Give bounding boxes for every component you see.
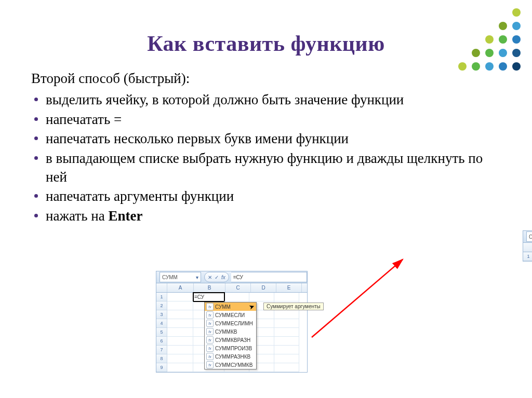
cell[interactable] (167, 301, 193, 310)
bullet-item: напечатать несколько первых букв имени ф… (31, 130, 501, 148)
cell[interactable]: =СУ (193, 293, 224, 301)
autocomplete-label: СУММЕСЛИ (215, 312, 245, 318)
formula-input[interactable]: =СУ (231, 272, 307, 282)
cell[interactable] (167, 346, 193, 354)
column-header[interactable]: C (225, 283, 251, 292)
cell[interactable] (249, 293, 274, 301)
fx-icon: fx (206, 311, 214, 319)
column-header[interactable]: E (276, 283, 302, 292)
cell[interactable] (167, 319, 193, 328)
cell[interactable] (167, 328, 193, 337)
autocomplete-label: СУММСУММКВ (215, 362, 252, 368)
fx-icon: fx (206, 320, 214, 327)
autocomplete-dropdown[interactable]: fxСУММfxСУММЕСЛИfxСУММЕСЛИМНfxСУММКВfxСУ… (204, 302, 257, 369)
dropdown-icon[interactable]: ▾ (196, 275, 198, 280)
row-header[interactable]: 4 (156, 319, 167, 328)
cell[interactable] (274, 319, 299, 328)
autocomplete-item[interactable]: fxСУММЕСЛИ (205, 311, 256, 319)
cell[interactable] (274, 310, 299, 319)
autocomplete-item[interactable]: fxСУММКВРАЗН (205, 336, 256, 344)
fx-icon: fx (206, 328, 214, 335)
arrow-annotation (307, 254, 410, 342)
cell[interactable] (274, 354, 299, 363)
bullet-item: напечатать = (31, 111, 501, 129)
page-title: Как вставить функцию (31, 31, 501, 56)
bullet-item: нажать на Enter (31, 207, 501, 226)
autocomplete-label: СУММКВРАЗН (215, 337, 250, 343)
decorative-dots (458, 8, 523, 73)
row-header[interactable]: 6 (156, 337, 167, 346)
autocomplete-item[interactable]: fxСУММСУММКВ (205, 361, 256, 369)
autocomplete-item[interactable]: fxСУММРАЗНКВ (205, 352, 256, 361)
row-header[interactable]: 9 (156, 363, 167, 372)
cell[interactable] (224, 293, 249, 301)
fx-icon: fx (206, 361, 214, 368)
row-header[interactable]: 5 (156, 328, 167, 337)
autocomplete-label: СУММ (215, 304, 231, 310)
autocomplete-label: СУММРАЗНКВ (215, 354, 250, 360)
formula-bar: СУММ▾ ✕ ✓ fx =СУ (156, 271, 307, 283)
autocomplete-item[interactable]: fxСУММКВ (205, 327, 256, 336)
excel-screenshot-autocomplete: СУММ▾ ✕ ✓ fx =СУ ABCDE 1=СУ23456789 fxСУ… (156, 271, 308, 373)
enter-key-label: Enter (108, 208, 142, 224)
row-header[interactable]: 8 (156, 354, 167, 363)
bullet-item: напечатать аргументы функции (31, 187, 501, 206)
cell[interactable] (274, 346, 299, 354)
formula-controls: ✕ ✓ fx (204, 272, 229, 282)
excel-screenshot-result: СУММ▾ ✕ ✓ fx =СУММ(F7:H7;F9:H9) ABCD 1=С… (523, 230, 532, 262)
cell[interactable] (274, 337, 299, 346)
formula-bar: СУММ▾ ✕ ✓ fx =СУММ(F7:H7;F9:H9) (523, 231, 532, 243)
row-header[interactable]: 1 (156, 293, 167, 301)
bullet-list: выделить ячейку, в которой должно быть з… (31, 91, 501, 225)
cell[interactable] (167, 310, 193, 319)
cell[interactable] (167, 293, 193, 301)
autocomplete-label: СУММЕСЛИМН (215, 321, 253, 326)
bullet-item: выделить ячейку, в которой должно быть з… (31, 91, 501, 109)
fx-icon: fx (206, 345, 214, 352)
row-header[interactable]: 1 (523, 252, 532, 261)
cell[interactable] (167, 363, 193, 372)
row-header[interactable]: 7 (156, 346, 167, 354)
fx-icon: fx (206, 303, 214, 310)
autocomplete-item[interactable]: fxСУММЕСЛИМН (205, 319, 256, 327)
cell[interactable] (167, 337, 193, 346)
fx-icon[interactable]: fx (221, 275, 225, 280)
autocomplete-item[interactable]: fxСУММПРОИЗВ (205, 344, 256, 352)
cell[interactable] (274, 328, 299, 337)
name-box[interactable]: СУММ▾ (159, 272, 201, 282)
name-box[interactable]: СУММ▾ (526, 231, 532, 242)
fx-icon: fx (206, 336, 214, 344)
autocomplete-label: СУММКВ (215, 329, 237, 335)
column-header[interactable]: A (167, 283, 194, 292)
intro-text: Второй способ (быстрый): (31, 71, 501, 87)
row-header[interactable]: 3 (156, 310, 167, 319)
row-header[interactable]: 2 (156, 301, 167, 310)
enter-icon[interactable]: ✓ (215, 275, 219, 280)
cancel-icon[interactable]: ✕ (208, 275, 212, 280)
autocomplete-label: СУММПРОИЗВ (215, 346, 252, 351)
cell[interactable] (274, 293, 299, 301)
function-tooltip: Суммирует аргументы (263, 303, 324, 310)
svg-line-0 (312, 259, 403, 337)
cell[interactable] (274, 363, 299, 372)
column-header[interactable]: D (251, 283, 276, 292)
column-header[interactable]: B (194, 283, 225, 292)
fx-icon: fx (206, 353, 214, 360)
cell[interactable] (167, 354, 193, 363)
bullet-item: в выпадающем списке выбрать нужную функц… (31, 149, 501, 186)
